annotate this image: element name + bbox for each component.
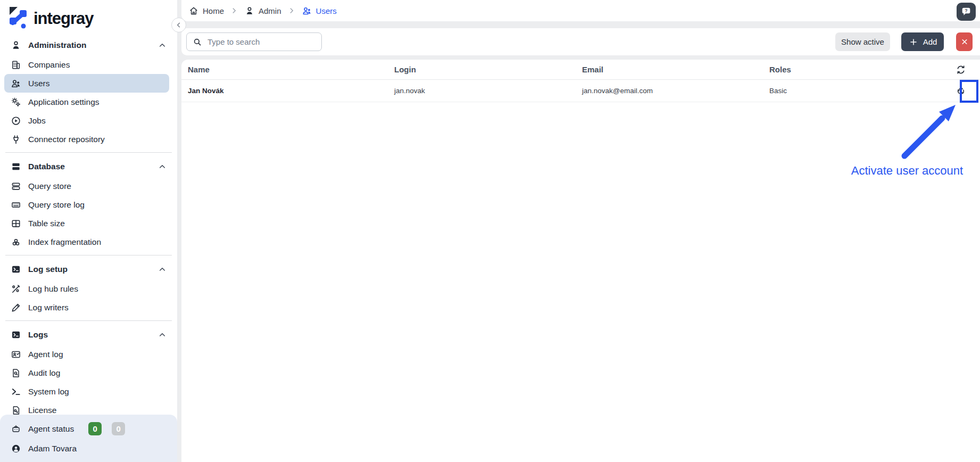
sidebar-item-label: Query store: [28, 182, 71, 191]
column-header-email[interactable]: Email: [582, 65, 769, 74]
sidebar-collapse-button[interactable]: [171, 18, 186, 32]
section-label: Logs: [28, 330, 48, 340]
table-row[interactable]: Jan Novák jan.novak jan.novak@email.com …: [181, 80, 980, 102]
cell-name: Jan Novák: [188, 87, 394, 95]
sidebar-item-jobs[interactable]: Jobs: [4, 111, 169, 130]
sidebar-section-log-setup[interactable]: Log setup: [0, 259, 177, 279]
logo-icon: [7, 7, 29, 30]
sidebar-item-label: Jobs: [28, 116, 46, 126]
sidebar: integray Administration Companies Use: [0, 0, 177, 462]
sidebar-item-label: Application settings: [28, 97, 99, 107]
close-icon: [959, 38, 970, 46]
section-label: Administration: [28, 40, 86, 50]
agent-status-label: Agent status: [28, 424, 74, 434]
divider: [5, 255, 172, 255]
table-refresh-button[interactable]: [950, 62, 971, 78]
sidebar-item-audit-log[interactable]: Audit log: [4, 364, 169, 382]
sidebar-item-label: License: [28, 406, 56, 415]
sidebar-item-log-hub-rules[interactable]: Log hub rules: [4, 279, 169, 298]
activate-user-button[interactable]: [950, 83, 971, 99]
section-label: Database: [28, 162, 65, 171]
query-store-log-icon: [11, 200, 21, 210]
logs-icon: [11, 329, 21, 340]
breadcrumb-admin[interactable]: Admin: [244, 6, 281, 16]
chevron-up-icon[interactable]: [158, 331, 167, 339]
sidebar-nav: Administration Companies Users Applicati…: [0, 35, 177, 419]
sidebar-item-query-store-log[interactable]: Query store log: [4, 195, 169, 214]
section-label: Log setup: [28, 265, 68, 274]
divider: [5, 320, 172, 321]
sidebar-item-index-fragmentation[interactable]: Index fragmentation: [4, 233, 169, 251]
app-logo[interactable]: integray: [0, 0, 177, 35]
cell-login: jan.novak: [394, 87, 582, 95]
sidebar-item-application-settings[interactable]: Application settings: [4, 93, 169, 111]
activate-user-recycle-icon: [956, 86, 966, 96]
sidebar-item-table-size[interactable]: Table size: [4, 214, 169, 233]
column-header-name[interactable]: Name: [188, 65, 394, 74]
column-header-login[interactable]: Login: [394, 65, 582, 74]
column-header-roles[interactable]: Roles: [769, 65, 948, 74]
agent-status-item[interactable]: Agent status 0 0: [0, 419, 177, 439]
divider: [5, 152, 172, 153]
breadcrumb-label: Users: [316, 6, 337, 15]
log-hub-rules-icon: [11, 284, 21, 294]
cell-roles: Basic: [769, 87, 948, 95]
breadcrumb: Home Admin Users: [188, 6, 337, 16]
breadcrumb-label: Admin: [259, 6, 281, 15]
sidebar-item-label: System log: [28, 387, 69, 397]
chevron-up-icon[interactable]: [158, 265, 167, 274]
clear-filter-button[interactable]: [956, 32, 973, 51]
search-icon: [192, 37, 203, 47]
breadcrumb-home[interactable]: Home: [188, 6, 224, 16]
chevron-up-icon[interactable]: [158, 41, 167, 50]
admin-icon: [244, 6, 255, 16]
connector-repository-icon: [11, 134, 21, 145]
jobs-icon: [11, 116, 21, 126]
sidebar-item-connector-repository[interactable]: Connector repository: [4, 130, 169, 148]
breadcrumb-users[interactable]: Users: [302, 6, 337, 16]
add-button[interactable]: Add: [901, 32, 944, 51]
sidebar-item-label: Index fragmentation: [28, 237, 101, 247]
application-settings-icon: [11, 97, 21, 108]
search-input[interactable]: [207, 37, 316, 46]
breadcrumb-bar: Home Admin Users: [181, 0, 980, 21]
chevron-right-icon: [230, 7, 238, 14]
system-log-icon: [11, 386, 21, 397]
users-icon: [302, 6, 312, 16]
main-content: Home Admin Users: [181, 0, 980, 462]
sidebar-section-database[interactable]: Database: [0, 156, 177, 177]
sidebar-item-log-writers[interactable]: Log writers: [4, 298, 169, 317]
sidebar-item-label: Agent log: [28, 350, 63, 359]
administration-icon: [11, 40, 21, 51]
sidebar-item-label: Table size: [28, 219, 65, 228]
sidebar-footer: Agent status 0 0 Adam Tovara: [0, 415, 177, 462]
audit-log-icon: [11, 368, 21, 378]
companies-icon: [11, 60, 21, 70]
page: integray Administration Companies Use: [0, 0, 980, 462]
logo-text: integray: [34, 9, 94, 28]
sidebar-section-logs[interactable]: Logs: [0, 325, 177, 345]
user-menu-item[interactable]: Adam Tovara: [0, 439, 177, 458]
home-icon: [188, 6, 199, 16]
plus-icon: [908, 38, 919, 46]
chevron-up-icon[interactable]: [158, 162, 167, 171]
sidebar-item-query-store[interactable]: Query store: [4, 177, 169, 195]
sidebar-item-agent-log[interactable]: Agent log: [4, 345, 169, 364]
users-icon: [11, 78, 21, 89]
cell-email: jan.novak@email.com: [582, 87, 769, 95]
sidebar-item-system-log[interactable]: System log: [4, 382, 169, 401]
index-fragmentation-icon: [11, 237, 21, 248]
sidebar-section-administration[interactable]: Administration: [0, 35, 177, 55]
sidebar-item-label: Log writers: [28, 303, 69, 312]
sidebar-item-label: Companies: [28, 60, 70, 70]
show-active-button[interactable]: Show active: [835, 32, 890, 51]
agent-status-badge-offline: 0: [112, 422, 125, 435]
breadcrumb-label: Home: [203, 6, 224, 15]
table-size-icon: [11, 218, 21, 229]
refresh-icon: [956, 64, 966, 75]
search-box: [186, 32, 322, 51]
help-button[interactable]: [957, 3, 976, 21]
sidebar-item-companies[interactable]: Companies: [4, 55, 169, 74]
chevron-right-icon: [288, 7, 295, 14]
sidebar-item-users[interactable]: Users: [4, 74, 169, 93]
